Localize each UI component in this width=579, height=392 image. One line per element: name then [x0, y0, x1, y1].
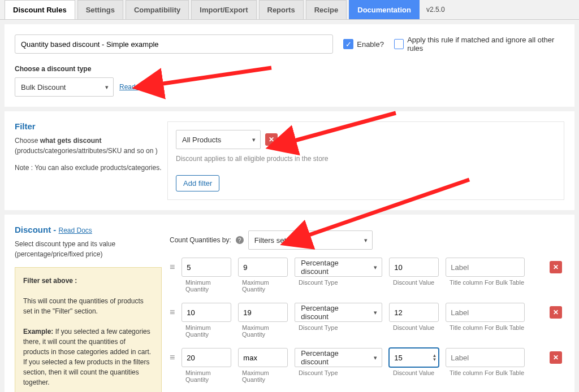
- checkbox-checked-icon: ✓: [343, 39, 353, 49]
- max-qty-input[interactable]: [238, 348, 288, 367]
- max-qty-input[interactable]: [238, 258, 288, 277]
- tier-row: ≡ Percentage discount▾ ✕: [170, 258, 562, 277]
- value-input[interactable]: [389, 348, 439, 367]
- tab-reports[interactable]: Reports: [259, 0, 304, 19]
- tier-type-select[interactable]: Percentage discount▾: [295, 348, 382, 367]
- tier-type-select[interactable]: Percentage discount▾: [295, 303, 382, 322]
- read-docs-link[interactable]: Read Docs: [119, 83, 153, 91]
- enable-label: Enable?: [357, 40, 384, 49]
- drag-handle-icon[interactable]: ≡: [170, 262, 175, 272]
- count-select[interactable]: Filters set above ▾: [248, 230, 373, 250]
- filter-select[interactable]: All Products ▾: [176, 130, 261, 149]
- filter-section: Filter Choose what gets discount (produc…: [5, 111, 574, 210]
- drag-handle-icon[interactable]: ≡: [170, 307, 175, 317]
- label-input[interactable]: [446, 258, 525, 277]
- remove-tier-button[interactable]: ✕: [550, 261, 562, 273]
- label-input[interactable]: [446, 348, 525, 367]
- chevron-down-icon: ▾: [374, 309, 377, 316]
- chevron-down-icon: ▾: [105, 84, 109, 91]
- chevron-down-icon: ▾: [374, 264, 377, 271]
- choose-type-label: Choose a discount type: [15, 65, 564, 73]
- value-input[interactable]: [389, 303, 439, 322]
- help-icon[interactable]: ?: [236, 236, 244, 244]
- top-panel: ✓ Enable? Apply this rule if matched and…: [5, 24, 574, 107]
- filter-title: Filter: [15, 121, 162, 131]
- checkbox-empty-icon: [394, 39, 404, 49]
- version-label: v2.5.0: [426, 6, 445, 14]
- chevron-down-icon: ▾: [374, 354, 377, 361]
- rule-name-input[interactable]: [15, 34, 333, 54]
- tab-import-export[interactable]: Import/Export: [191, 0, 256, 19]
- tab-recipe[interactable]: Recipe: [306, 0, 347, 19]
- remove-tier-button[interactable]: ✕: [550, 306, 562, 319]
- enable-checkbox[interactable]: ✓ Enable?: [343, 39, 384, 49]
- discount-read-docs[interactable]: Read Docs: [59, 227, 92, 234]
- filter-applies-text: Discount applies to all eligible product…: [176, 155, 556, 163]
- ignore-checkbox[interactable]: Apply this rule if matched and ignore al…: [394, 36, 564, 53]
- label-input[interactable]: [446, 303, 525, 322]
- tab-settings[interactable]: Settings: [77, 0, 123, 19]
- tab-row: Discount Rules Settings Compatibility Im…: [0, 0, 579, 20]
- chevron-down-icon: ▾: [252, 136, 256, 143]
- tab-compatibility[interactable]: Compatibility: [126, 0, 189, 19]
- stepper-icon[interactable]: ▲▼: [432, 354, 437, 361]
- tab-documentation[interactable]: Documentation: [349, 0, 420, 19]
- tab-discount-rules[interactable]: Discount Rules: [5, 0, 75, 19]
- add-filter-button[interactable]: Add filter: [176, 175, 219, 191]
- info-box: Filter set above : This will count the q…: [15, 267, 162, 392]
- remove-filter-button[interactable]: ✕: [265, 133, 278, 146]
- tier-type-select[interactable]: Percentage discount▾: [295, 258, 382, 277]
- ignore-label: Apply this rule if matched and ignore al…: [407, 36, 564, 53]
- min-qty-input[interactable]: [182, 258, 231, 277]
- discount-section: Discount - Read Docs Select discount typ…: [5, 215, 574, 392]
- discount-type-select[interactable]: Bulk Discount ▾: [15, 77, 114, 97]
- min-qty-input[interactable]: [182, 303, 231, 322]
- value-input[interactable]: [389, 258, 439, 277]
- tier-row: ≡ Percentage discount▾ ✕: [170, 303, 562, 322]
- discount-desc: Select discount type and its value (perc…: [15, 239, 162, 259]
- drag-handle-icon[interactable]: ≡: [170, 352, 175, 363]
- chevron-down-icon: ▾: [364, 237, 368, 244]
- filter-note: Note : You can also exclude products/cat…: [15, 163, 162, 173]
- remove-tier-button[interactable]: ✕: [550, 351, 562, 364]
- max-qty-input[interactable]: [238, 303, 288, 322]
- count-label: Count Quantities by:: [170, 236, 231, 244]
- min-qty-input[interactable]: [182, 348, 231, 367]
- discount-title: Discount - Read Docs: [15, 225, 162, 234]
- tier-row: ≡ Percentage discount▾ ▲▼ ✕: [170, 348, 562, 367]
